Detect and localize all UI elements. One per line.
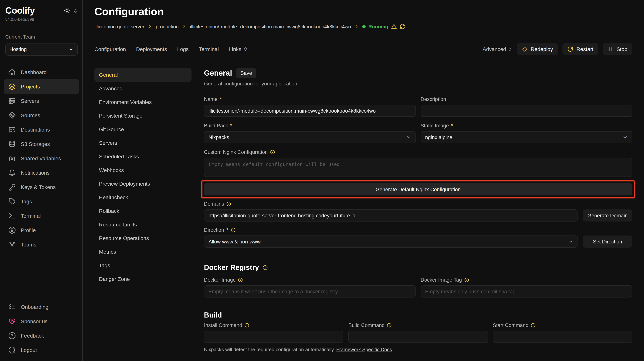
info-icon[interactable] (244, 323, 250, 328)
direction-select[interactable]: Allow www & non-www. (204, 235, 578, 248)
save-button[interactable]: Save (236, 68, 256, 78)
chevron-right-icon (148, 24, 152, 29)
stop-button[interactable]: Stop (603, 43, 632, 55)
sidebar-item-notifications[interactable]: Notifications (5, 166, 78, 180)
info-icon[interactable] (270, 150, 275, 155)
sidebar-item-projects[interactable]: Projects (4, 79, 79, 94)
info-icon[interactable] (387, 323, 392, 328)
sidebar-item-profile[interactable]: Profile (5, 223, 78, 237)
chevron-down-icon (622, 135, 628, 140)
warning-triangle-icon[interactable] (391, 24, 397, 30)
section-title-general: General (204, 69, 232, 78)
sidebar-item-keys-tokens[interactable]: Keys & Tokens (5, 180, 78, 194)
sidebar-item-dashboard[interactable]: Dashboard (5, 65, 78, 79)
subnav-rollback[interactable]: Rollback (94, 204, 192, 218)
subnav-healthcheck[interactable]: Healthcheck (94, 191, 192, 204)
docker-image-label: Docker Image (204, 277, 236, 283)
subnav-metrics[interactable]: Metrics (94, 245, 192, 259)
custom-nginx-textarea[interactable] (204, 158, 632, 177)
info-icon[interactable] (226, 201, 231, 206)
direction-label: Direction (204, 227, 224, 233)
chevron-down-icon (568, 239, 573, 244)
sidebar-item-servers[interactable]: Servers (5, 94, 78, 108)
name-input[interactable] (204, 105, 416, 117)
info-icon[interactable] (230, 228, 236, 232)
logout-icon (8, 346, 16, 354)
sidebar-item-onboarding[interactable]: Onboarding (5, 300, 78, 314)
install-command-input[interactable] (204, 331, 344, 343)
sidebar-item-s3-storages[interactable]: S3 Storages (5, 137, 78, 151)
tab-logs[interactable]: Logs (177, 46, 189, 52)
description-input[interactable] (420, 105, 632, 117)
section-description: General configuration for your applicati… (204, 81, 632, 87)
start-command-label: Start Command (493, 322, 528, 328)
subnav-danger-zone[interactable]: Danger Zone (94, 272, 192, 286)
info-icon[interactable] (531, 323, 536, 328)
description-label: Description (420, 96, 446, 102)
redeploy-button[interactable]: Redeploy (517, 43, 558, 55)
subnav-tags[interactable]: Tags (94, 259, 192, 272)
restart-button[interactable]: Restart (562, 43, 598, 55)
subnav-resource-operations[interactable]: Resource Operations (94, 231, 192, 245)
refresh-icon[interactable] (400, 24, 406, 30)
tab-configuration[interactable]: Configuration (94, 46, 126, 52)
generate-domain-button[interactable]: Generate Domain (583, 209, 632, 221)
custom-nginx-label: Custom Nginx Configuration (204, 149, 268, 155)
subnav-general[interactable]: General (94, 68, 192, 82)
subnav-servers[interactable]: Servers (94, 136, 192, 150)
sidebar-item-shared-variables[interactable]: (x) Shared Variables (5, 151, 78, 166)
users-icon (8, 241, 16, 248)
sidebar-item-feedback[interactable]: Feedback (5, 328, 78, 343)
tab-links[interactable]: Links (229, 46, 248, 52)
advanced-dropdown[interactable]: Advanced (482, 46, 512, 52)
breadcrumb-project[interactable]: illicitonion quote server (94, 24, 144, 29)
subnav-advanced[interactable]: Advanced (94, 82, 192, 95)
subnav-webhooks[interactable]: Webhooks (94, 163, 192, 177)
sidebar-item-tags[interactable]: Tags (5, 194, 78, 209)
sidebar-item-sources[interactable]: Sources (5, 108, 78, 123)
sidebar-item-logout[interactable]: Logout (5, 343, 78, 357)
config-subnav: General Advanced Environment Variables P… (94, 68, 192, 361)
subnav-git-source[interactable]: Git Source (94, 123, 192, 136)
build-pack-label: Build Pack (204, 123, 228, 129)
tab-deployments[interactable]: Deployments (136, 46, 167, 52)
docker-image-field: Docker Image (204, 277, 416, 297)
heart-handshake-icon (8, 317, 16, 325)
page-title: Configuration (94, 5, 632, 18)
subnav-scheduled-tasks[interactable]: Scheduled Tasks (94, 150, 192, 163)
main-area: Configuration illicitonion quote server … (83, 0, 644, 361)
domains-input[interactable] (204, 209, 578, 221)
redeploy-icon (522, 46, 528, 52)
info-icon[interactable] (262, 265, 268, 270)
sidebar-item-sponsor-us[interactable]: Sponsor us (5, 314, 78, 328)
subnav-environment-variables[interactable]: Environment Variables (94, 95, 192, 109)
subnav-preview-deployments[interactable]: Preview Deployments (94, 177, 192, 191)
chevrons-up-down-icon (243, 47, 248, 51)
user-circle-icon (8, 226, 16, 234)
framework-docs-link[interactable]: Framework Specific Docs (336, 347, 392, 352)
sidebar-item-destinations[interactable]: Destinations (5, 123, 78, 137)
set-direction-button[interactable]: Set Direction (583, 235, 632, 248)
sidebar-item-terminal[interactable]: Terminal (5, 209, 78, 223)
tabbar: Configuration Deployments Logs Terminal … (94, 43, 632, 55)
sidebar-item-teams[interactable]: Teams (5, 237, 78, 252)
info-icon[interactable] (238, 277, 243, 282)
breadcrumb-environment[interactable]: production (156, 24, 178, 29)
theme-toggle-sun-icon[interactable] (64, 8, 70, 14)
team-select[interactable]: Hosting (5, 43, 78, 56)
generate-nginx-button[interactable]: Generate Default Nginx Configuration (204, 183, 632, 195)
theme-select-chevrons-icon[interactable] (73, 8, 78, 13)
subnav-resource-limits[interactable]: Resource Limits (94, 218, 192, 231)
docker-image-tag-input[interactable] (420, 285, 632, 297)
build-command-input[interactable] (348, 331, 488, 343)
subnav-persistent-storage[interactable]: Persistent Storage (94, 109, 192, 123)
docker-image-input[interactable] (204, 285, 416, 297)
static-image-select[interactable]: nginx:alpine (420, 131, 632, 143)
tab-terminal[interactable]: Terminal (199, 46, 219, 52)
build-pack-select[interactable]: Nixpacks (204, 131, 416, 143)
status-badge[interactable]: Running (368, 24, 388, 29)
start-command-input[interactable] (493, 331, 632, 343)
info-icon[interactable] (464, 277, 469, 282)
breadcrumb-application[interactable]: illicitestonion/-module--decomposition:m… (190, 24, 351, 29)
required-mark: * (451, 123, 453, 129)
